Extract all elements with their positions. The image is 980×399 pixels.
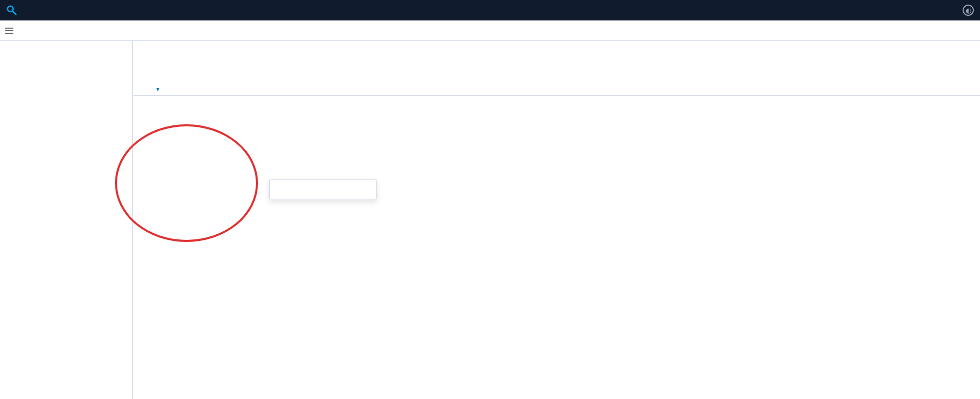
sidebar-title: [0, 43, 132, 48]
chart-caption: [143, 78, 970, 81]
top-bar: ◐: [0, 0, 980, 20]
column-source[interactable]: [245, 86, 975, 92]
histogram-chart: [133, 41, 980, 83]
brand[interactable]: [6, 5, 21, 16]
sub-bar: [0, 20, 980, 41]
opensearch-logo-icon: [6, 5, 17, 16]
content-area: ▼: [133, 41, 980, 399]
fields-sidebar: [0, 41, 133, 399]
sort-desc-icon[interactable]: ▼: [155, 86, 160, 92]
table-header: ▼: [133, 83, 980, 96]
menu-icon[interactable]: [4, 26, 14, 36]
popover-footer: [276, 190, 370, 194]
help-icon[interactable]: ◐: [963, 5, 974, 16]
column-time[interactable]: ▼: [153, 86, 245, 92]
field-stats-popover: [269, 179, 377, 200]
